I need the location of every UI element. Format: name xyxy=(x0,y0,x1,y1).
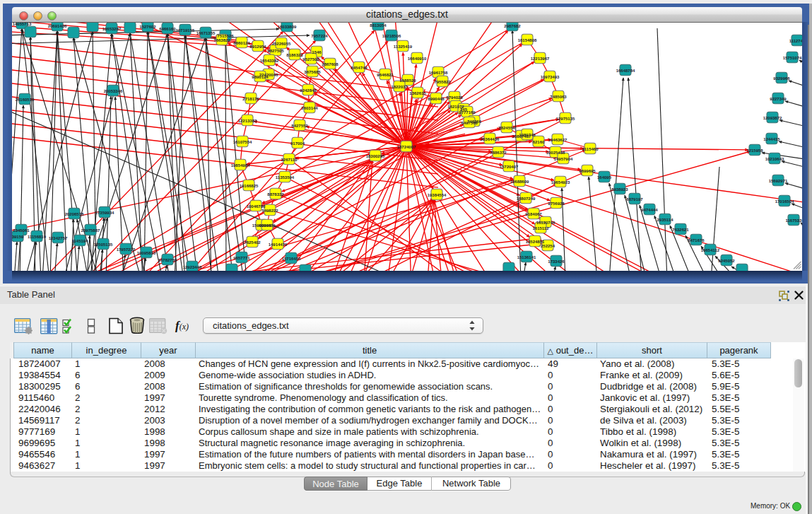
svg-text:10973493: 10973493 xyxy=(541,75,560,79)
svg-text:9890124: 9890124 xyxy=(252,75,269,79)
svg-text:11156819: 11156819 xyxy=(28,235,47,239)
svg-text:7632621: 7632621 xyxy=(672,228,689,232)
svg-text:8990448: 8990448 xyxy=(428,97,445,101)
svg-text:6879197: 6879197 xyxy=(626,197,643,201)
svg-text:62160: 62160 xyxy=(533,140,545,144)
svg-text:39159: 39159 xyxy=(12,235,24,239)
svg-text:7625402: 7625402 xyxy=(244,240,261,245)
svg-text:15136141: 15136141 xyxy=(517,255,536,259)
svg-text:9245052: 9245052 xyxy=(718,259,735,263)
svg-text:8660124: 8660124 xyxy=(233,41,250,45)
svg-text:10654112: 10654112 xyxy=(701,248,720,252)
svg-text:16648784: 16648784 xyxy=(616,69,635,73)
svg-text:14914479: 14914479 xyxy=(269,243,288,247)
svg-text:15720407: 15720407 xyxy=(500,165,519,169)
svg-text:15692971: 15692971 xyxy=(769,179,788,183)
svg-text:16120746: 16120746 xyxy=(536,221,555,225)
svg-text:9646821: 9646821 xyxy=(377,73,394,77)
svg-text:14957904: 14957904 xyxy=(554,157,573,161)
svg-text:2718176: 2718176 xyxy=(242,97,259,101)
svg-text:2987682: 2987682 xyxy=(504,24,521,28)
svg-text:19463627: 19463627 xyxy=(548,138,567,142)
svg-text:2603144: 2603144 xyxy=(301,106,318,110)
svg-text:9657771: 9657771 xyxy=(233,256,250,260)
svg-text:3824554: 3824554 xyxy=(498,126,515,130)
svg-text:17359934: 17359934 xyxy=(95,211,114,215)
svg-text:1167533: 1167533 xyxy=(785,218,802,223)
svg-text:16782759: 16782759 xyxy=(158,258,177,262)
svg-text:23975887: 23975887 xyxy=(81,228,100,233)
svg-text:8912954: 8912954 xyxy=(249,45,266,49)
svg-text:19654923: 19654923 xyxy=(551,180,570,185)
svg-text:12093872: 12093872 xyxy=(763,116,782,120)
svg-text:1362615: 1362615 xyxy=(409,91,426,95)
svg-text:917004: 917004 xyxy=(290,141,305,146)
svg-text:16033809: 16033809 xyxy=(278,25,297,29)
svg-text:6794028: 6794028 xyxy=(446,95,463,100)
svg-text:9227349: 9227349 xyxy=(770,97,787,101)
svg-text:2867608: 2867608 xyxy=(322,62,339,66)
svg-text:2935114: 2935114 xyxy=(657,218,673,222)
svg-text:14055713: 14055713 xyxy=(13,23,32,26)
svg-text:1615112: 1615112 xyxy=(532,226,549,230)
svg-text:9115460: 9115460 xyxy=(582,147,599,151)
svg-text:9242848: 9242848 xyxy=(300,88,317,93)
svg-text:3215958: 3215958 xyxy=(746,148,763,153)
svg-text:8454749: 8454749 xyxy=(351,66,367,70)
svg-text:19384554: 19384554 xyxy=(428,193,447,197)
svg-text:1080748: 1080748 xyxy=(519,133,536,137)
svg-text:11353594: 11353594 xyxy=(276,175,295,180)
svg-text:12505135: 12505135 xyxy=(94,243,113,247)
svg-text:12342757: 12342757 xyxy=(49,236,68,240)
svg-text:10025438: 10025438 xyxy=(546,151,565,155)
svg-text:7886372: 7886372 xyxy=(490,151,507,155)
svg-text:1244415: 1244415 xyxy=(763,137,780,141)
svg-text:9699695: 9699695 xyxy=(579,169,596,173)
svg-text:1112740: 1112740 xyxy=(789,39,802,43)
svg-text:20691406: 20691406 xyxy=(48,24,67,28)
svg-text:3267110: 3267110 xyxy=(281,158,298,162)
svg-text:9184067: 9184067 xyxy=(525,212,542,216)
svg-text:1733426: 1733426 xyxy=(548,259,565,264)
svg-text:20206578: 20206578 xyxy=(65,212,84,216)
svg-text:1588520: 1588520 xyxy=(399,78,416,83)
svg-text:1527602: 1527602 xyxy=(139,25,156,29)
svg-text:11325419: 11325419 xyxy=(394,45,413,49)
svg-text:1145194: 1145194 xyxy=(71,239,88,243)
svg-text:7485063: 7485063 xyxy=(550,95,567,99)
svg-text:15751074: 15751074 xyxy=(783,56,802,60)
svg-text:16961758: 16961758 xyxy=(429,71,448,75)
svg-text:9329966: 9329966 xyxy=(773,76,790,81)
svg-text:164095: 164095 xyxy=(597,175,612,180)
svg-text:252254: 252254 xyxy=(541,244,555,248)
svg-text:6497568: 6497568 xyxy=(461,121,478,125)
svg-text:6466160: 6466160 xyxy=(159,27,176,31)
svg-text:16640910: 16640910 xyxy=(408,57,427,61)
svg-text:17016504: 17016504 xyxy=(775,199,794,204)
svg-text:12213967: 12213967 xyxy=(531,57,550,61)
svg-text:17957223: 17957223 xyxy=(117,247,136,252)
svg-text:16543382: 16543382 xyxy=(260,59,279,63)
svg-text:3675685: 3675685 xyxy=(304,70,321,74)
svg-text:10210643: 10210643 xyxy=(765,157,784,161)
svg-text:1822037: 1822037 xyxy=(391,85,408,89)
svg-text:9756928: 9756928 xyxy=(548,201,565,206)
svg-text:1546: 1546 xyxy=(312,50,322,54)
svg-text:18807249: 18807249 xyxy=(517,197,536,201)
svg-text:19166825: 19166825 xyxy=(240,184,259,188)
svg-text:7957224: 7957224 xyxy=(311,34,328,38)
svg-text:10719155: 10719155 xyxy=(176,28,195,33)
svg-text:18300295: 18300295 xyxy=(366,154,385,158)
svg-text:5498222: 5498222 xyxy=(261,209,278,213)
svg-text:15716485: 15716485 xyxy=(282,257,301,261)
svg-text:8427552: 8427552 xyxy=(291,124,308,128)
svg-text:10688609: 10688609 xyxy=(510,180,529,184)
svg-text:9527508: 9527508 xyxy=(302,57,319,62)
svg-text:9099489: 9099489 xyxy=(259,223,276,228)
svg-text:19854984: 19854984 xyxy=(231,163,250,168)
svg-text:12923448: 12923448 xyxy=(183,265,202,269)
svg-text:8878332: 8878332 xyxy=(267,192,284,197)
svg-text:1345061: 1345061 xyxy=(13,228,30,233)
svg-text:25226055: 25226055 xyxy=(272,42,291,46)
svg-text:10095810: 10095810 xyxy=(137,251,156,255)
